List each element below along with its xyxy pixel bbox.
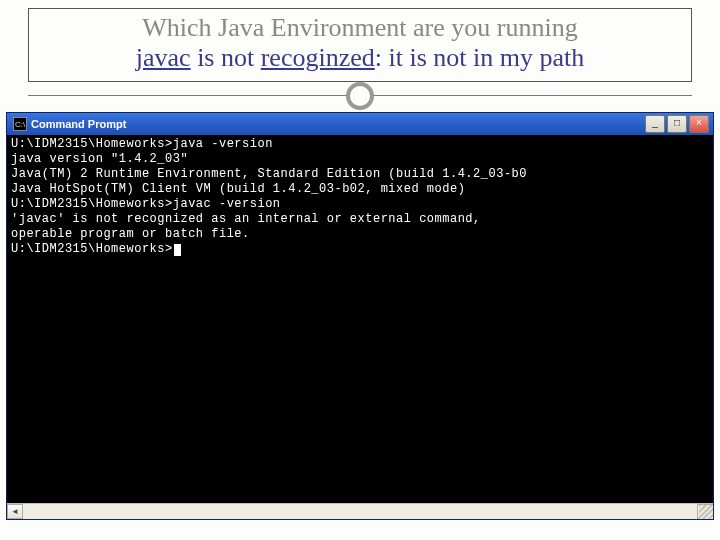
subtitle-text-1: is not [191,43,261,72]
slide-header: Which Java Environment are you running j… [28,8,692,82]
terminal-line: operable program or batch file. [11,227,709,242]
terminal-prompt-line: U:\IDM2315\Homeworks> [11,242,709,257]
window-titlebar[interactable]: C:\ Command Prompt _ □ × [7,113,713,135]
terminal-line: U:\IDM2315\Homeworks>java -version [11,137,709,152]
terminal-line: U:\IDM2315\Homeworks>javac -version [11,197,709,212]
decor-circle [346,82,374,110]
prompt-text: U:\IDM2315\Homeworks> [11,242,173,256]
minimize-button[interactable]: _ [645,115,665,133]
cmd-icon: C:\ [13,117,27,131]
cursor [174,244,181,256]
subtitle-word-javac: javac [136,43,191,72]
resize-grip[interactable] [699,505,713,519]
command-prompt-window: C:\ Command Prompt _ □ × U:\IDM2315\Home… [6,112,714,520]
subtitle-text-2: : it is not in my path [375,43,584,72]
close-button[interactable]: × [689,115,709,133]
scroll-track[interactable] [23,504,697,519]
terminal-line: java version "1.4.2_03" [11,152,709,167]
window-title: Command Prompt [31,118,645,130]
maximize-button[interactable]: □ [667,115,687,133]
terminal-output[interactable]: U:\IDM2315\Homeworks>java -versionjava v… [7,135,713,503]
subtitle-word-recognized: recoginzed [261,43,375,72]
terminal-line: 'javac' is not recognized as an internal… [11,212,709,227]
scroll-left-button[interactable]: ◄ [7,504,23,519]
slide-subtitle: javac is not recoginzed: it is not in my… [41,43,679,73]
terminal-line: Java(TM) 2 Runtime Environment, Standard… [11,167,709,182]
slide-title: Which Java Environment are you running [41,13,679,43]
horizontal-scrollbar[interactable]: ◄ ► [7,503,713,519]
terminal-line: Java HotSpot(TM) Client VM (build 1.4.2_… [11,182,709,197]
window-buttons: _ □ × [645,115,709,133]
